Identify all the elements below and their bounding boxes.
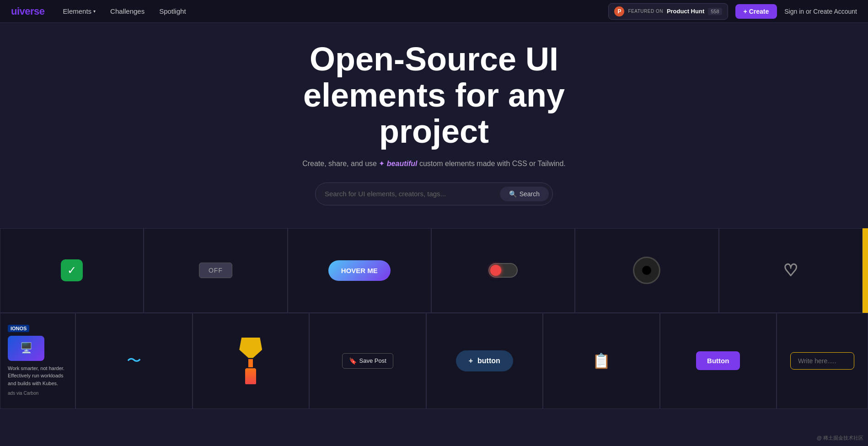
signin-link[interactable]: Sign in or Create Account	[784, 8, 857, 15]
product-hunt-name: Product Hunt	[667, 8, 704, 15]
hover-me-button[interactable]: HOVER ME	[328, 260, 391, 281]
element-card-purple-button: Button	[660, 313, 777, 409]
hero-section: Open-Source UI elements for any project …	[0, 0, 868, 215]
create-button[interactable]: + Create	[735, 4, 777, 19]
trophy-element	[239, 338, 262, 384]
element-card-write-here	[777, 313, 868, 409]
toggle-on-switch[interactable]	[488, 263, 518, 278]
sparkle-icon: ✦	[379, 160, 386, 167]
ionos-ad-text: Work smarter, not harder. Effectively ru…	[8, 365, 68, 397]
element-card-toggle-on	[431, 228, 575, 313]
logo-prefix: ui	[11, 5, 20, 17]
product-hunt-count: 558	[708, 8, 722, 15]
ionos-graphic: 🖥️	[8, 336, 44, 361]
nav-links: Elements ▾ Challenges Spotlight	[63, 7, 609, 15]
element-card-toggle-off: OFF	[144, 228, 287, 313]
ionos-ads-link[interactable]: ads via Carbon	[8, 390, 68, 397]
element-card-tailwind: 〜	[75, 313, 193, 409]
element-card-knob	[575, 228, 718, 313]
search-input[interactable]	[325, 190, 500, 198]
nav-challenges[interactable]: Challenges	[110, 7, 145, 15]
navbar: uiverse Elements ▾ Challenges Spotlight …	[0, 0, 868, 23]
tailwind-icon: 〜	[127, 351, 141, 371]
chevron-down-icon: ▾	[93, 9, 96, 14]
plus-icon: +	[469, 357, 473, 365]
product-hunt-badge[interactable]: P FEATURED ON Product Hunt 558	[608, 3, 728, 20]
nav-right: P FEATURED ON Product Hunt 558 + Create …	[608, 3, 857, 20]
purple-button[interactable]: Button	[696, 351, 740, 370]
plus-button[interactable]: + button	[456, 350, 513, 371]
trophy-stem	[248, 359, 253, 367]
write-here-input[interactable]	[790, 352, 854, 370]
ionos-logo: IONOS	[8, 325, 29, 332]
elements-row-2: IONOS 🖥️ Work smarter, not harder. Effec…	[0, 313, 868, 409]
knob-element	[633, 257, 660, 284]
element-card-checkbox: ✓	[0, 228, 144, 313]
element-card-clipboard: 📋	[543, 313, 660, 409]
save-post-button[interactable]: 🔖 Save Post	[342, 353, 393, 369]
logo-suffix: verse	[20, 5, 45, 17]
hero-title: Open-Source UI elements for any project	[251, 41, 617, 150]
heart-element[interactable]: ♡	[783, 261, 798, 280]
element-card-heart: ♡	[719, 228, 863, 313]
element-card-trophy	[193, 313, 310, 409]
site-logo[interactable]: uiverse	[11, 5, 45, 17]
product-hunt-label: FEATURED ON	[628, 9, 663, 14]
element-card-save-post: 🔖 Save Post	[309, 313, 426, 409]
clipboard-icon[interactable]: 📋	[592, 352, 611, 370]
checkbox-element[interactable]: ✓	[61, 259, 83, 281]
nav-spotlight[interactable]: Spotlight	[159, 7, 186, 15]
bookmark-icon: 🔖	[349, 357, 357, 365]
element-card-plus-button: + button	[426, 313, 543, 409]
search-icon: 🔍	[509, 190, 517, 198]
toggle-on-element[interactable]	[488, 263, 518, 278]
element-card-hover-me: HOVER ME	[288, 228, 431, 313]
nav-elements[interactable]: Elements ▾	[63, 7, 96, 15]
product-hunt-icon: P	[614, 6, 624, 16]
hero-subtitle: Create, share, and use ✦ beautiful custo…	[0, 159, 868, 168]
elements-row-1: ✓ OFF HOVER ME ♡	[0, 228, 868, 313]
ionos-ad-card: IONOS 🖥️ Work smarter, not harder. Effec…	[0, 313, 75, 409]
knob-inner	[642, 266, 651, 275]
trophy-top	[239, 338, 262, 358]
trophy-figure	[245, 368, 256, 384]
element-card-yellow-bar	[863, 228, 868, 313]
beautiful-text: beautiful	[387, 160, 418, 167]
cn-watermark: @ 稀土掘金技术社区	[817, 435, 863, 441]
search-button[interactable]: 🔍 Search	[500, 187, 549, 201]
search-bar: 🔍 Search	[315, 183, 553, 205]
toggle-off-element[interactable]: OFF	[199, 263, 232, 278]
